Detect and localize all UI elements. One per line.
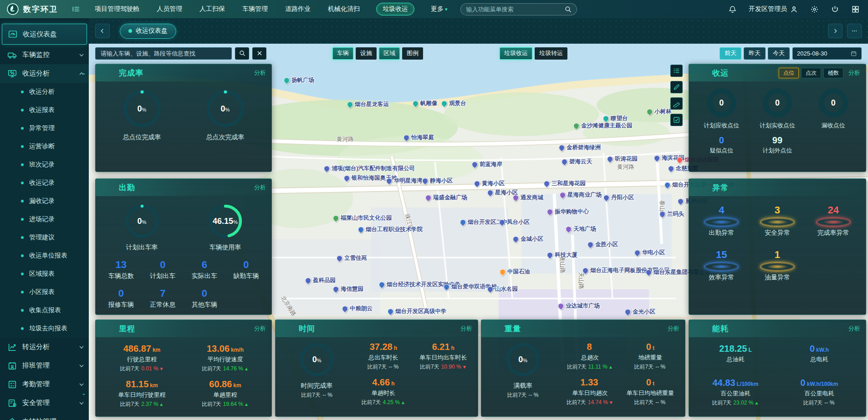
nav-menu-item[interactable]: 车辆管理▾ <box>241 3 269 15</box>
map-poi[interactable]: 金沙滩健康主题公园 <box>573 122 633 130</box>
sidebar-item[interactable]: 安全管理 <box>0 394 89 412</box>
map-poi[interactable]: 中国石油 <box>500 268 530 276</box>
sidebar-item[interactable]: 漏收记录 <box>0 192 89 210</box>
collection-tab[interactable]: 桶数 <box>823 68 843 78</box>
analysis-link[interactable]: 分析 <box>848 69 860 77</box>
date-quick-button[interactable]: 昨天 <box>744 47 766 60</box>
map-tool-button[interactable] <box>670 114 683 126</box>
date-picker[interactable]: 2025-08-30 <box>792 47 862 60</box>
sidebar-item[interactable]: 班次记录 <box>0 156 89 174</box>
map-poi[interactable]: 前蓝海岸 <box>472 161 502 168</box>
map-poi[interactable]: 凤台小区 <box>499 218 530 226</box>
map-poi[interactable]: 烟台星龙客运 <box>347 101 389 108</box>
map-poi[interactable]: 浦项(烟台)汽车配件制造有限公司 <box>324 165 415 172</box>
logout-button[interactable] <box>831 5 839 14</box>
map-poi[interactable]: 华明星海湾 <box>386 177 423 185</box>
sidebar-item[interactable]: 进场记录 <box>0 210 89 228</box>
sidebar-item[interactable]: 中转站管理 <box>0 412 89 420</box>
sidebar-item[interactable]: 收运分析 <box>0 64 89 83</box>
collection-tab[interactable]: 点次 <box>801 68 821 78</box>
map-poi[interactable]: 三和星海花园 <box>544 180 586 187</box>
sidebar-item[interactable]: 管理建议 <box>0 228 89 247</box>
map-search-button[interactable] <box>235 47 249 60</box>
sidebar-item[interactable]: 区域报表 <box>0 265 89 283</box>
tabs-scroll-right-button[interactable] <box>828 24 842 38</box>
map-poi[interactable]: 振华购物中心 <box>547 208 589 216</box>
map-poi[interactable]: 金城小区 <box>513 235 543 243</box>
search-icon[interactable] <box>564 5 572 13</box>
sidebar-item[interactable]: 收运仪表盘 <box>2 24 87 45</box>
map-tool-button[interactable] <box>670 81 683 93</box>
map-poi[interactable]: 听涛花园 <box>607 155 638 163</box>
date-quick-button[interactable]: 前天 <box>720 47 741 60</box>
sidebar-item[interactable]: 收运记录 <box>0 174 89 192</box>
collection-tab[interactable]: 点位 <box>779 68 799 78</box>
analysis-link[interactable]: 分析 <box>254 183 266 192</box>
submenu-scroll-down-icon[interactable]: ⌄ <box>82 390 86 396</box>
map-poi[interactable]: 立雪佳苑 <box>337 254 367 262</box>
tab-dashboard[interactable]: 收运仪表盘 <box>120 24 176 39</box>
analysis-link[interactable]: 分析 <box>848 324 860 333</box>
settings-button[interactable] <box>810 5 819 14</box>
nav-collapse-button[interactable] <box>68 0 84 18</box>
date-quick-button[interactable]: 今天 <box>768 47 790 60</box>
map-poi[interactable]: 扬帆广场 <box>284 76 314 84</box>
map[interactable]: 扬帆广场 烟台星龙客运 帆雕像 观景台 金沙滩健康主题公园 瞭望台 <box>89 44 868 420</box>
map-search-clear-button[interactable] <box>252 47 266 60</box>
nav-menu-item[interactable]: 道路作业▾ <box>284 3 311 15</box>
map-poi[interactable]: 黄海小区 <box>474 180 505 187</box>
sidebar-item[interactable]: 运营诊断 <box>0 137 89 156</box>
map-poi[interactable]: 帆雕像 <box>413 100 438 107</box>
tabs-scroll-left-button[interactable] <box>95 24 110 38</box>
nav-menu-item[interactable]: 人工扫保▾ <box>199 3 226 15</box>
map-search[interactable] <box>95 47 232 60</box>
nav-menu-item[interactable]: 人员管理▾ <box>156 3 183 15</box>
layer-toggle[interactable]: 车辆 <box>332 47 353 60</box>
notifications-button[interactable] <box>728 5 737 14</box>
map-poi[interactable]: 盈科品园 <box>305 277 336 284</box>
mode-toggle[interactable]: 垃圾转运 <box>535 47 567 60</box>
function-search-input[interactable] <box>465 5 564 13</box>
sidebar-item[interactable]: 收运分析 <box>0 83 89 101</box>
map-poi[interactable]: 金光小区 <box>625 308 655 316</box>
map-poi[interactable]: 通发商城 <box>513 194 543 202</box>
sidebar-item[interactable]: 异常管理 <box>0 119 89 137</box>
map-poi[interactable]: 华电小区 <box>634 249 665 257</box>
analysis-link[interactable]: 分析 <box>668 324 679 333</box>
map-search-input[interactable] <box>100 50 227 57</box>
map-poi[interactable]: 碧海云天 <box>562 158 592 166</box>
nav-menu-item[interactable]: 更多▾ <box>430 3 449 15</box>
map-poi[interactable]: 瑞盛金融广场 <box>425 194 467 202</box>
analysis-link[interactable]: 分析 <box>254 69 266 77</box>
sidebar-item[interactable]: 考勤管理 <box>0 375 89 394</box>
map-poi[interactable]: 兰码头 <box>659 210 684 218</box>
layer-toggle[interactable]: 设施 <box>356 47 377 60</box>
map-poi[interactable]: 天地广场 <box>566 225 596 233</box>
map-tool-button[interactable] <box>670 65 683 77</box>
apps-button[interactable] <box>851 5 860 14</box>
nav-menu-item[interactable]: 垃圾收运▾ <box>376 3 414 15</box>
sidebar-item[interactable]: 收运单位报表 <box>0 247 89 265</box>
map-poi[interactable]: 金胜小区 <box>587 241 618 248</box>
map-poi[interactable]: 瞭望台 <box>603 115 628 122</box>
map-poi[interactable]: 静海小区 <box>422 177 453 185</box>
map-poi[interactable]: 星海商业广场 <box>560 191 602 199</box>
analysis-link[interactable]: 分析 <box>254 324 266 333</box>
nav-menu-item[interactable]: 机械化清扫▾ <box>327 3 361 15</box>
map-poi[interactable]: 丹阳小区 <box>603 194 634 202</box>
sidebar-item[interactable]: 收运报表 <box>0 101 89 119</box>
sidebar-item[interactable]: 收集点报表 <box>0 301 89 319</box>
map-poi[interactable]: 业达城市广场 <box>558 302 600 310</box>
map-poi[interactable]: 科技大厦 <box>547 251 577 259</box>
layer-toggle[interactable]: 区域 <box>379 47 400 60</box>
map-poi[interactable]: 小树林 <box>647 108 672 116</box>
map-poi[interactable]: 怡海翠庭 <box>403 134 434 142</box>
tabs-more-button[interactable] <box>847 24 862 38</box>
map-poi[interactable]: 山水名园 <box>487 285 518 293</box>
map-poi[interactable]: 观景台 <box>441 100 466 107</box>
map-poi[interactable]: 海信慧园 <box>333 285 363 293</box>
analysis-link[interactable]: 分析 <box>460 324 472 333</box>
sidebar-item[interactable]: 转运分析 <box>0 338 89 356</box>
function-search[interactable] <box>460 3 577 15</box>
map-poi[interactable]: 烟台工程职业技术学院 <box>358 226 423 233</box>
